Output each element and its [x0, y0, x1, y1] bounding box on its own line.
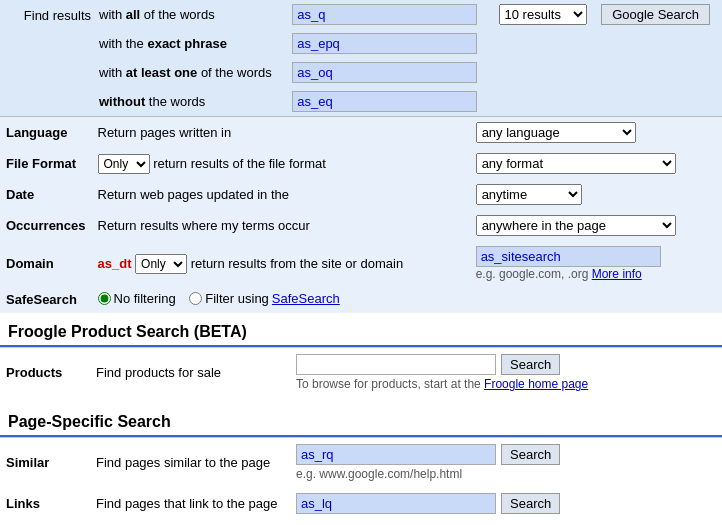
- advanced-options-section: Language Return pages written in any lan…: [0, 116, 722, 313]
- safesearch-label: SafeSearch: [0, 286, 92, 313]
- froogle-title: Froogle Product Search (BETA): [8, 323, 247, 340]
- domain-hint: e.g. google.com, .org More info: [476, 267, 716, 281]
- similar-search-cell: Search e.g. www.google.com/help.html: [290, 438, 722, 488]
- all-bold: all: [126, 7, 140, 22]
- links-desc: Find pages that link to the page: [90, 487, 290, 520]
- file-format-row: File Format Only Don't return results of…: [0, 148, 722, 179]
- google-search-cell: Google Search: [597, 0, 722, 29]
- page-specific-title: Page-Specific Search: [8, 413, 171, 430]
- exact-phrase-input[interactable]: [292, 33, 477, 54]
- no-filtering-label[interactable]: No filtering: [98, 291, 176, 306]
- domain-row: Domain as_dt Only Don't return results f…: [0, 241, 722, 286]
- links-search-row: Search: [296, 493, 716, 514]
- products-row: Products Find products for sale Search T…: [0, 348, 722, 398]
- date-label: Date: [0, 179, 92, 210]
- occurrences-desc: Return results where my terms occur: [92, 210, 470, 241]
- exact-phrase-bold: exact phrase: [147, 36, 227, 51]
- at-least-one-cell: with at least one of the words: [95, 58, 288, 87]
- domain-desc-cell: as_dt Only Don't return results from the…: [92, 241, 470, 286]
- results-count-select[interactable]: 10 results 20 results 30 results 50 resu…: [499, 4, 587, 25]
- language-select[interactable]: any language Arabic Chinese (Simplified)…: [476, 122, 636, 143]
- occurrences-label: Occurrences: [0, 210, 92, 241]
- page-specific-section: Similar Find pages similar to the page S…: [0, 437, 722, 520]
- language-desc: Return pages written in: [92, 117, 470, 149]
- all-words-input-cell: [288, 0, 494, 29]
- date-select[interactable]: anytime past 3 months past 6 months past…: [476, 184, 582, 205]
- google-search-button[interactable]: Google Search: [601, 4, 710, 25]
- file-format-select-cell: any format Adobe Acrobat PDF (.pdf) Adob…: [470, 148, 722, 179]
- froogle-hint-text: To browse for products, start at the: [296, 377, 481, 391]
- no-filtering-text: No filtering: [114, 291, 176, 306]
- domain-input[interactable]: [476, 246, 661, 267]
- similar-hint: e.g. www.google.com/help.html: [296, 467, 716, 481]
- products-search-button[interactable]: Search: [501, 354, 560, 375]
- similar-search-button[interactable]: Search: [501, 444, 560, 465]
- safesearch-row: SafeSearch No filtering Filter using Saf…: [0, 286, 722, 313]
- language-label: Language: [0, 117, 92, 149]
- froogle-hint: To browse for products, start at the Fro…: [296, 377, 716, 391]
- file-format-only-select[interactable]: Only Don't: [98, 154, 150, 174]
- all-words-input[interactable]: [292, 4, 477, 25]
- without-words-input-cell: [288, 87, 494, 116]
- similar-search-row: Search: [296, 444, 716, 465]
- occurrences-select-cell: anywhere in the page in the title of the…: [470, 210, 722, 241]
- language-select-cell: any language Arabic Chinese (Simplified)…: [470, 117, 722, 149]
- find-results-section: Find results with all of the words 10 re…: [0, 0, 722, 116]
- domain-input-cell: e.g. google.com, .org More info: [470, 241, 722, 286]
- find-results-text: Find results: [24, 8, 91, 23]
- occurrences-row: Occurrences Return results where my term…: [0, 210, 722, 241]
- domain-as-dt: as_dt: [98, 256, 132, 271]
- file-format-label: File Format: [0, 148, 92, 179]
- products-search-input[interactable]: [296, 354, 496, 375]
- products-search-row: Search: [296, 354, 716, 375]
- more-info-link[interactable]: More info: [592, 267, 642, 281]
- exact-phrase-cell: with the exact phrase: [95, 29, 288, 58]
- similar-label: Similar: [0, 438, 90, 488]
- similar-desc: Find pages similar to the page: [90, 438, 290, 488]
- find-results-label: Find results: [0, 0, 95, 116]
- file-format-select[interactable]: any format Adobe Acrobat PDF (.pdf) Adob…: [476, 153, 676, 174]
- links-row: Links Find pages that link to the page S…: [0, 487, 722, 520]
- language-row: Language Return pages written in any lan…: [0, 117, 722, 149]
- filter-text: Filter using: [205, 291, 269, 306]
- at-least-one-input[interactable]: [292, 62, 477, 83]
- without-words-cell: without the words: [95, 87, 288, 116]
- domain-label: Domain: [0, 241, 92, 286]
- no-filtering-radio[interactable]: [98, 292, 111, 305]
- safesearch-link[interactable]: SafeSearch: [272, 291, 340, 306]
- froogle-section: Products Find products for sale Search T…: [0, 347, 722, 397]
- links-search-button[interactable]: Search: [501, 493, 560, 514]
- similar-row: Similar Find pages similar to the page S…: [0, 438, 722, 488]
- page: Find results with all of the words 10 re…: [0, 0, 722, 525]
- products-label: Products: [0, 348, 90, 398]
- products-desc: Find products for sale: [90, 348, 290, 398]
- results-select-cell: 10 results 20 results 30 results 50 resu…: [495, 0, 598, 29]
- similar-search-input[interactable]: [296, 444, 496, 465]
- occurrences-select[interactable]: anywhere in the page in the title of the…: [476, 215, 676, 236]
- safesearch-options-cell: No filtering Filter using SafeSearch: [92, 286, 723, 313]
- links-search-cell: Search: [290, 487, 722, 520]
- date-desc: Return web pages updated in the: [92, 179, 470, 210]
- without-bold: without: [99, 94, 145, 109]
- page-specific-section-header: Page-Specific Search: [0, 403, 722, 437]
- filter-label[interactable]: Filter using SafeSearch: [189, 291, 340, 306]
- domain-hint-text: e.g. google.com, .org: [476, 267, 589, 281]
- at-least-one-bold: at least one: [126, 65, 198, 80]
- froogle-home-link[interactable]: Froogle home page: [484, 377, 588, 391]
- filter-radio[interactable]: [189, 292, 202, 305]
- exact-phrase-input-cell: [288, 29, 494, 58]
- file-format-desc: return results of the file format: [153, 156, 326, 171]
- links-search-input[interactable]: [296, 493, 496, 514]
- domain-only-select[interactable]: Only Don't: [135, 254, 187, 274]
- domain-desc: return results from the site or domain: [191, 256, 403, 271]
- froogle-section-header: Froogle Product Search (BETA): [0, 313, 722, 347]
- date-select-cell: anytime past 3 months past 6 months past…: [470, 179, 722, 210]
- at-least-one-input-cell: [288, 58, 494, 87]
- products-search-cell: Search To browse for products, start at …: [290, 348, 722, 398]
- without-words-input[interactable]: [292, 91, 477, 112]
- all-words-cell: with all of the words: [95, 0, 288, 29]
- date-row: Date Return web pages updated in the any…: [0, 179, 722, 210]
- links-label: Links: [0, 487, 90, 520]
- file-format-desc-cell: Only Don't return results of the file fo…: [92, 148, 470, 179]
